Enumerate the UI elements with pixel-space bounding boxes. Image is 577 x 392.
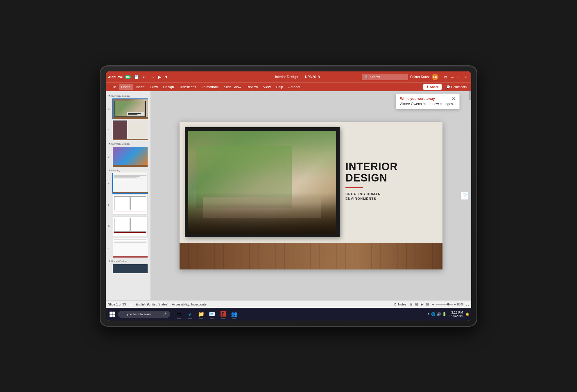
search-box[interactable]: 🔍 Search [362,74,408,80]
notification-center-icon[interactable]: 🔔 [465,312,470,316]
window-controls: ⧉ ─ □ ✕ [442,75,469,79]
present-icon[interactable]: ▶ [157,74,162,80]
tablet-device: AutoSave On 💾 ↩ ↪ ▶ ▾ Interior Design...… [100,65,477,327]
accessibility-info: Accessibility: Investigate [172,303,207,306]
voice-search-icon[interactable]: 🎤 [163,312,167,316]
menu-bar: File Home Insert Draw Design Transitions… [106,82,471,91]
grid-view-icon[interactable]: ⊟ [414,302,419,307]
close-button[interactable]: ✕ [462,75,469,79]
slide-text-area: INTERIOR DESIGN CREATING HUMANENVIRONMEN… [343,122,442,240]
volume-icon[interactable]: 🔊 [437,312,441,316]
explorer-app[interactable]: 📁 [196,309,206,319]
taskbar-search[interactable]: ○ Type here to search 🎤 [118,311,170,318]
scroll-thumb[interactable] [469,91,471,100]
zoom-out-icon[interactable]: ─ [432,303,434,306]
chevron-up-icon[interactable]: ∧ [427,312,430,316]
slide-title-line1: INTERIOR [345,161,437,172]
slide-thumb-8[interactable]: 8 [112,264,148,274]
slideshow-view-icon[interactable]: ⊡ [425,302,430,307]
slide-num-2: 2 [108,129,110,132]
menu-view[interactable]: View [261,84,273,90]
comments-button[interactable]: 💬 Comments [444,84,469,90]
menu-review[interactable]: Review [244,84,260,90]
undo-icon[interactable]: ↩ [142,74,148,80]
section-header-planning[interactable]: ▼ Planning [106,168,150,172]
menu-help[interactable]: Help [274,84,286,90]
start-button[interactable] [107,310,117,319]
autosave-toggle[interactable]: On [125,75,131,79]
powerpoint-app[interactable]: 🅿 [218,309,228,319]
zoom-slider[interactable] [436,304,453,305]
notification-title: While you were away [400,97,435,101]
menu-file[interactable]: File [108,84,118,90]
slide-num-4: 4 [108,182,110,185]
network-icon[interactable]: 🌐 [431,312,436,316]
menu-home[interactable]: Home [119,84,133,90]
taskbar: ○ Type here to search 🎤 ⧉ ℯ 📁 📧 🅿 👥 ∧ 🌐 … [106,308,471,321]
restore-from-taskbar-icon[interactable]: ⧉ [442,75,449,79]
slide-thumb-inner-6 [113,216,148,236]
collapse-icon-2: ▼ [108,143,110,145]
maximize-button[interactable]: □ [456,75,462,79]
slide-thumb-6[interactable]: 6 [112,216,148,237]
user-avatar[interactable]: SK [432,74,438,80]
status-right: 🗒 Notes ⊞ ⊟ ▶ ⊡ ─ + 80% ⛶ [394,302,469,307]
slide-num-1: 1 [108,107,110,110]
taskview-app[interactable]: ⧉ [174,309,184,319]
teams-app[interactable]: 👥 [229,309,239,319]
clock-time: 3:28 PM [449,311,463,314]
notes-button[interactable]: 🗒 Notes [394,303,406,306]
notification-close-button[interactable]: ✕ [452,97,455,101]
minimize-button[interactable]: ─ [449,75,455,79]
slide-title-divider [345,187,363,188]
slide-canvas[interactable]: INTERIOR DESIGN CREATING HUMANENVIRONMEN… [180,122,442,270]
search-icon: 🔍 [364,75,368,79]
slide-thumb-inner-2 [113,121,148,140]
user-section: Salma Kuusk SK [410,74,438,80]
system-tray: ∧ 🌐 🔊 🔋 [427,312,447,316]
outlook-app[interactable]: 📧 [207,309,217,319]
slide-thumb-inner-5 [113,195,148,215]
slide-thumb-4[interactable]: 4 [112,173,148,194]
slide-thumb-2[interactable]: 2 [112,120,148,141]
section-header-human[interactable]: ▼ Human Factors [106,259,150,263]
section-label-1: Summary Section [111,95,130,97]
menu-acrobat[interactable]: Acrobat [286,84,302,90]
customize-icon[interactable]: ▾ [164,74,169,80]
slide-thumb-5[interactable]: 5 [112,194,148,215]
section-header-summary1[interactable]: ▼ Summary Section [106,93,150,98]
edge-app[interactable]: ℯ [185,309,195,319]
zoom-in-icon[interactable]: + [454,303,456,306]
notification-popup: While you were away ✕ Aimee Owens made n… [396,93,460,109]
slide-num-3: 3 [108,155,110,158]
menu-insert[interactable]: Insert [133,84,147,90]
menu-transitions[interactable]: Transitions [177,84,198,90]
redo-icon[interactable]: ↪ [149,74,155,80]
menu-right: ⬆ Share 💬 Comments [423,84,469,90]
menu-animations[interactable]: Animations [199,84,221,90]
share-button[interactable]: ⬆ Share [423,84,442,90]
slide-note-icon[interactable]: 📄 [461,192,469,200]
vertical-scrollbar[interactable] [468,91,471,300]
menu-draw[interactable]: Draw [147,84,160,90]
zoom-control: ─ + 80% [432,303,463,306]
section-label-2: Summary Section [111,143,130,145]
slide-editor: While you were away ✕ Aimee Owens made n… [151,91,471,300]
section-header-summary2[interactable]: ▼ Summary Section [106,141,150,146]
fit-slide-icon[interactable]: ⛶ [466,303,469,306]
save-to-cloud-icon[interactable]: 💾 [133,74,140,80]
slide-thumb-inner-7 [113,238,148,258]
system-clock[interactable]: 3:28 PM 1/29/2019 [449,311,463,318]
slide-title: INTERIOR DESIGN [345,161,437,184]
autosave-label: AutoSave [108,75,123,79]
slide-thumb-1[interactable]: 1 [112,98,148,119]
normal-view-icon[interactable]: ⊞ [409,302,413,307]
reading-view-icon[interactable]: ▶ [420,302,424,307]
slide-thumb-3[interactable]: 3 [112,146,148,167]
slide-thumb-7[interactable]: 7 [112,237,148,258]
user-initials: SK [433,75,437,79]
battery-icon[interactable]: 🔋 [442,312,447,316]
slide-counter: Slide 1 of 33 [108,303,126,306]
menu-design[interactable]: Design [161,84,176,90]
menu-slideshow[interactable]: Slide Show [221,84,243,90]
